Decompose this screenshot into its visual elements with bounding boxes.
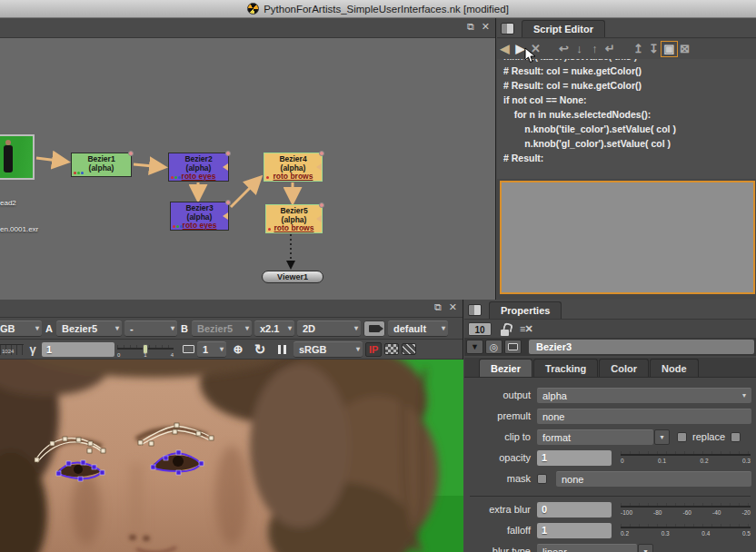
nuke-window: PythonForArtists_SimpleUserInterfaces.nk… bbox=[0, 0, 756, 552]
node-bezier5[interactable]: Bezier5 (alpha) roto brows bbox=[265, 204, 323, 233]
refresh-icon[interactable]: ↻ bbox=[250, 341, 270, 358]
a-buffer-label: A bbox=[45, 323, 54, 334]
zoom-dropdown[interactable]: x2.1▾ bbox=[254, 320, 294, 337]
tv-icon bbox=[508, 343, 518, 350]
gamma-icon[interactable]: γ bbox=[26, 342, 39, 356]
premult-dropdown[interactable]: none bbox=[537, 409, 751, 424]
blur-type-dropdown[interactable]: linear bbox=[537, 544, 637, 552]
second-checkbox[interactable] bbox=[731, 432, 741, 442]
nuke-app-icon bbox=[247, 3, 259, 15]
properties-controls-row: 10 ≡✕ bbox=[464, 320, 756, 338]
divider bbox=[470, 496, 751, 497]
mask-input-arrow bbox=[223, 212, 228, 220]
source-script-icon[interactable]: ↩ bbox=[556, 42, 572, 56]
tab-tracking[interactable]: Tracking bbox=[533, 359, 598, 377]
gamma-slider[interactable]: 014 bbox=[117, 342, 174, 357]
node-bezier3[interactable]: Bezier3 (alpha) roto eyes bbox=[170, 202, 229, 231]
properties-body: output alpha▾ premult none clip to forma… bbox=[464, 379, 756, 552]
overscan-stripes-icon[interactable] bbox=[402, 343, 416, 355]
tab-color[interactable]: Color bbox=[599, 359, 649, 377]
mask-label: mask bbox=[464, 473, 537, 484]
colorspace-dropdown[interactable]: sRGB▾ bbox=[293, 341, 363, 358]
output-dropdown[interactable]: alpha▾ bbox=[537, 388, 751, 403]
pause-button[interactable] bbox=[273, 345, 291, 354]
run-script-icon[interactable]: ↵ bbox=[602, 42, 618, 56]
close-panel-icon[interactable]: ✕ bbox=[482, 21, 490, 33]
close-all-panels-icon[interactable]: ≡✕ bbox=[520, 323, 532, 335]
clip-to-dropdown-arrow[interactable]: ▾ bbox=[654, 429, 670, 445]
opacity-slider[interactable]: 00.1 0.20.3 bbox=[621, 450, 751, 465]
mask-input-arrow bbox=[223, 163, 228, 171]
a-input-dropdown[interactable]: Bezier5▾ bbox=[56, 320, 122, 337]
replace-label: replace bbox=[692, 431, 725, 442]
clear-output-icon[interactable]: ⊠ bbox=[677, 42, 692, 56]
clip-to-dropdown[interactable]: format bbox=[537, 429, 653, 445]
node-viewer1[interactable]: Viewer1 bbox=[262, 271, 323, 283]
title-bar[interactable]: PythonForArtists_SimpleUserInterfaces.nk… bbox=[0, 0, 756, 18]
node-dot bbox=[319, 202, 324, 208]
gain-ruler[interactable]: 1024 bbox=[0, 344, 24, 355]
pane-menu-button[interactable] bbox=[468, 304, 482, 316]
mask-input-arrow bbox=[316, 215, 322, 222]
close-panel-icon[interactable]: ✕ bbox=[449, 301, 457, 313]
falloff-input[interactable]: 1 bbox=[537, 523, 612, 538]
node-bezier4[interactable]: Bezier4 (alpha) roto brows bbox=[264, 153, 323, 182]
input-process-button[interactable]: IP bbox=[365, 342, 382, 357]
load-script-icon[interactable]: ↓ bbox=[572, 42, 587, 56]
node-graph-header: ⧉ ✕ bbox=[0, 18, 495, 38]
script-input-pane[interactable] bbox=[500, 181, 755, 294]
roi-icon[interactable]: ⊕ bbox=[229, 342, 247, 356]
replace-checkbox[interactable] bbox=[677, 432, 687, 442]
read-node-label: ead2 en.0001.exr bbox=[0, 182, 38, 251]
b-input-dropdown[interactable]: Bezier5▾ bbox=[192, 320, 252, 337]
blur-type-dropdown-arrow[interactable]: ▾ bbox=[638, 544, 653, 552]
float-panel-icon[interactable]: ⧉ bbox=[434, 301, 442, 313]
channels-dropdown[interactable]: GB▾ bbox=[0, 320, 42, 337]
output-label: output bbox=[464, 389, 537, 400]
node-name-field[interactable]: Bezier3 bbox=[529, 340, 754, 354]
extra-blur-slider[interactable]: -100-80 -60-40 -20 bbox=[621, 502, 751, 517]
show-output-only-icon[interactable]: ↧ bbox=[646, 42, 662, 56]
opacity-input[interactable]: 1 bbox=[537, 450, 612, 466]
mask-dropdown[interactable]: none bbox=[556, 471, 751, 487]
monitor-number-dropdown[interactable]: 1▾ bbox=[197, 341, 226, 358]
unlocked-padlock-icon[interactable] bbox=[501, 323, 511, 336]
viewer-canvas[interactable] bbox=[0, 360, 463, 552]
max-panels-input[interactable]: 10 bbox=[468, 322, 492, 336]
script-output-pane[interactable]: n.knob('label').setValue( this ) # Resul… bbox=[497, 59, 756, 179]
properties-panel: Properties 10 ≡✕ ▼ ◎ Bezier3 Bezier Trac… bbox=[464, 300, 756, 552]
channel-dots bbox=[266, 176, 269, 179]
collapse-panel-button[interactable]: ▼ bbox=[466, 340, 483, 354]
tab-script-editor[interactable]: Script Editor bbox=[522, 20, 605, 37]
show-input-only-icon[interactable]: ↥ bbox=[631, 42, 646, 56]
stereo-camera-button[interactable] bbox=[363, 320, 385, 337]
center-node-button[interactable]: ◎ bbox=[485, 340, 502, 354]
channel-dots bbox=[171, 176, 181, 179]
show-both-icon[interactable]: ▣ bbox=[662, 42, 677, 56]
pane-menu-button[interactable] bbox=[501, 23, 514, 34]
node-bezier1[interactable]: Bezier1 (alpha) bbox=[71, 153, 132, 177]
falloff-slider[interactable]: 0.20.3 0.40.5 bbox=[621, 523, 751, 537]
tab-bezier[interactable]: Bezier bbox=[479, 359, 532, 377]
extra-blur-input[interactable]: 0 bbox=[537, 502, 612, 518]
gamma-input[interactable]: 1 bbox=[42, 342, 114, 357]
read-node[interactable] bbox=[0, 134, 35, 180]
node-dot bbox=[128, 151, 134, 156]
node-bezier2[interactable]: Bezier2 (alpha) roto eyes bbox=[168, 153, 229, 182]
stereo-view-dropdown[interactable]: default▾ bbox=[388, 320, 448, 337]
wipe-dropdown[interactable]: -▾ bbox=[124, 320, 177, 337]
save-script-icon[interactable]: ↑ bbox=[587, 42, 602, 56]
opacity-label: opacity bbox=[464, 452, 537, 463]
tab-node[interactable]: Node bbox=[650, 359, 699, 377]
float-panel-icon[interactable]: ⧉ bbox=[467, 21, 474, 33]
checkerboard-icon[interactable] bbox=[384, 343, 399, 355]
previous-script-icon[interactable]: ◀ bbox=[497, 42, 512, 56]
mouse-cursor bbox=[524, 47, 538, 64]
mask-checkbox[interactable] bbox=[537, 474, 547, 484]
view-mode-dropdown[interactable]: 2D▾ bbox=[297, 320, 361, 337]
monitor-out-icon[interactable] bbox=[183, 345, 194, 353]
viewer-header: ⧉ ✕ bbox=[0, 300, 463, 318]
node-graph-canvas[interactable]: ead2 en.0001.exr Bezier1 (alpha) Bezier2… bbox=[0, 38, 495, 300]
monitor-node-button[interactable] bbox=[504, 340, 522, 354]
tab-properties[interactable]: Properties bbox=[489, 301, 562, 319]
